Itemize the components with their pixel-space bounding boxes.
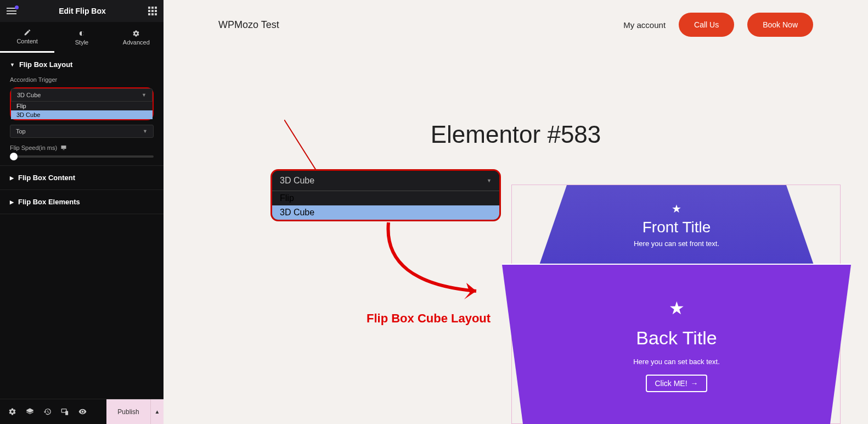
book-now-button[interactable]: Book Now: [747, 13, 813, 37]
flipbox-back-face: ★ Back Title Here you can set back text.…: [502, 265, 851, 424]
svg-rect-2: [63, 149, 65, 150]
trigger-dropdown: Flip 3D Cube: [11, 102, 153, 119]
speed-slider[interactable]: [10, 155, 154, 158]
flipbox-front-face: ★ Front Title Here you can set front tex…: [539, 185, 814, 265]
bottom-bar: Publish ▲: [0, 399, 164, 424]
flipbox-button[interactable]: Click ME! →: [646, 375, 707, 392]
notification-dot: [15, 5, 19, 9]
page-title: Elementor #583: [164, 121, 868, 148]
droplet-icon: [78, 30, 86, 37]
caret-right-icon: ▶: [10, 175, 14, 181]
svg-rect-4: [65, 411, 68, 415]
section-content: ▶ Flip Box Content: [0, 166, 164, 190]
annotation-arrow: [361, 217, 498, 310]
preview-icon[interactable]: [74, 403, 91, 421]
cube-edge: [502, 264, 851, 265]
chevron-down-icon: ▼: [487, 178, 492, 183]
site-header: WPMozo Test My account Call Us Book Now: [164, 0, 868, 49]
trigger-select[interactable]: 3D Cube ▼: [11, 88, 153, 102]
tab-label: Style: [75, 39, 88, 46]
hamburger-icon[interactable]: [7, 8, 16, 14]
history-icon[interactable]: [38, 403, 56, 421]
trigger-label: Accordion Trigger: [10, 76, 154, 83]
preview-canvas: WPMozo Test My account Call Us Book Now …: [164, 0, 868, 424]
pencil-icon: [24, 29, 31, 36]
navigator-icon[interactable]: [21, 403, 38, 421]
gear-icon: [132, 30, 140, 37]
apps-icon[interactable]: [148, 7, 157, 15]
chevron-down-icon: ▼: [143, 129, 148, 134]
panel-content: ▼ Flip Box Layout Accordion Trigger 3D C…: [0, 53, 164, 399]
chevron-down-icon: ▼: [142, 92, 146, 98]
sidebar-header: Edit Flip Box: [0, 0, 164, 22]
panel-tabs: Content Style Advanced: [0, 22, 164, 53]
call-us-button[interactable]: Call Us: [679, 13, 734, 37]
tab-style[interactable]: Style: [54, 22, 109, 53]
panel-title: Edit Flip Box: [59, 7, 106, 15]
callout-select[interactable]: 3D Cube ▼: [272, 171, 499, 191]
section-layout: ▼ Flip Box Layout Accordion Trigger 3D C…: [0, 53, 164, 166]
caret-down-icon: ▼: [10, 62, 15, 68]
arrow-right-icon: →: [691, 379, 698, 388]
callout-zoom: 3D Cube ▼ Flip 3D Cube: [270, 169, 501, 221]
front-text: Here you can set front text.: [634, 239, 719, 248]
select-value: 3D Cube: [17, 92, 41, 98]
responsive-icon[interactable]: [56, 403, 74, 421]
annotation-text: Flip Box Cube Layout: [367, 311, 491, 326]
svg-rect-1: [61, 146, 66, 149]
section-title: Flip Box Elements: [18, 198, 80, 206]
publish-button[interactable]: Publish: [106, 399, 150, 425]
section-title: Flip Box Content: [18, 174, 75, 182]
option-flip[interactable]: Flip: [11, 102, 153, 110]
tab-label: Content: [16, 38, 38, 44]
section-content-header[interactable]: ▶ Flip Box Content: [0, 166, 164, 189]
nav-account[interactable]: My account: [623, 20, 666, 30]
desktop-icon: [60, 144, 67, 151]
select-value: 3D Cube: [280, 176, 314, 186]
tab-label: Advanced: [123, 39, 150, 46]
option-3dcube[interactable]: 3D Cube: [11, 110, 153, 119]
speed-label: Flip Speed(in ms): [10, 144, 154, 151]
trigger-highlight: 3D Cube ▼ Flip 3D Cube: [10, 87, 154, 120]
section-elements: ▶ Flip Box Elements: [0, 190, 164, 214]
back-text: Here you can set back text.: [633, 358, 720, 366]
flipbox-widget[interactable]: ★ Front Title Here you can set front tex…: [511, 185, 841, 424]
star-icon: ★: [669, 298, 685, 319]
select-value: Top: [16, 128, 26, 135]
section-title: Flip Box Layout: [19, 60, 73, 69]
star-icon: ★: [672, 202, 681, 215]
front-title: Front Title: [642, 219, 711, 236]
settings-icon[interactable]: [3, 403, 21, 421]
publish-options[interactable]: ▲: [150, 399, 164, 425]
direction-select[interactable]: Top ▼: [10, 125, 154, 138]
elementor-sidebar: Edit Flip Box Content Style Advanced ▼ F…: [0, 0, 164, 424]
callout-option-3dcube[interactable]: 3D Cube: [272, 205, 499, 220]
section-layout-header[interactable]: ▼ Flip Box Layout: [0, 53, 164, 76]
brand-logo[interactable]: WPMozo Test: [218, 19, 279, 31]
callout-option-flip[interactable]: Flip: [272, 191, 499, 205]
section-elements-header[interactable]: ▶ Flip Box Elements: [0, 190, 164, 214]
caret-right-icon: ▶: [10, 199, 14, 205]
tab-advanced[interactable]: Advanced: [109, 22, 164, 53]
slider-thumb[interactable]: [10, 153, 18, 160]
tab-content[interactable]: Content: [0, 22, 54, 53]
back-title: Back Title: [636, 327, 717, 349]
